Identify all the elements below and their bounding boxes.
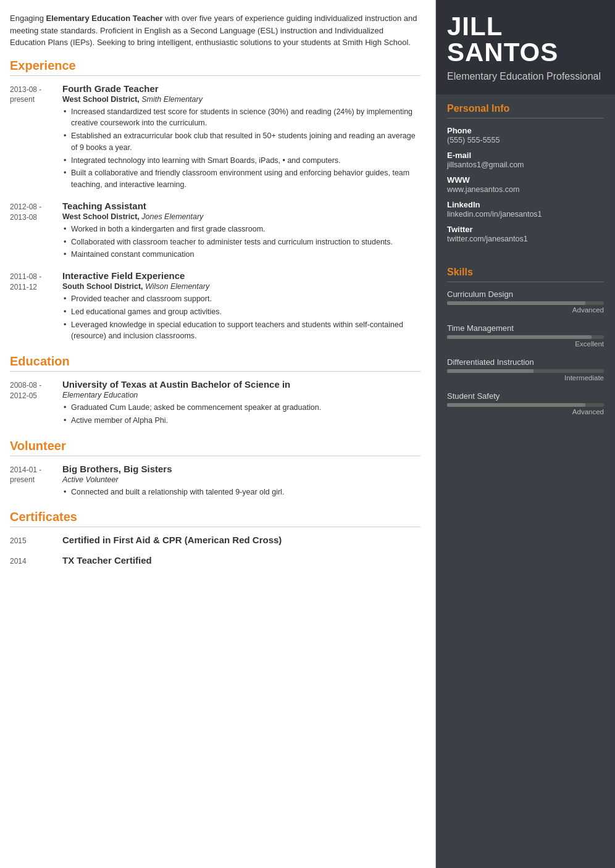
exp3-org: South School District, Wilson Elementary [62,282,420,291]
info-twitter: Twitter twitter.com/janesantos1 [447,225,604,243]
info-phone-value: (555) 555-5555 [447,136,604,144]
bullet: Provided teacher and classroom support. [62,293,420,305]
skill-time-level: Excellent [447,340,604,348]
experience-entry-2: 2012-08 -2013-08 Teaching Assistant West… [10,201,420,262]
vol1-date: 2014-01 -present [10,464,62,499]
vol1-title: Big Brothers, Big Sisters [62,464,420,474]
name-line1: JILL [447,12,503,41]
info-phone-label: Phone [447,126,604,135]
skill-safety-bar-fill [447,403,585,407]
experience-entry-3: 2011-08 -2011-12 Interactive Field Exper… [10,270,420,343]
cert1-title: Certified in First Aid & CPR (American R… [62,535,420,545]
skill-time-name: Time Management [447,323,604,333]
volunteer-title: Volunteer [10,439,420,456]
bullet: Graduated Cum Laude; asked be commenceme… [62,402,420,414]
info-email-value: jillsantos1@gmail.com [447,161,604,169]
cert-entry-1: 2015 Certified in First Aid & CPR (Ameri… [10,535,420,546]
skills-section: Skills Curriculum Design Advanced Time M… [436,258,615,434]
info-linkedin-value: linkedin.com/in/janesantos1 [447,210,604,219]
bullet: Connected and built a relationship with … [62,486,420,498]
volunteer-entry-1: 2014-01 -present Big Brothers, Big Siste… [10,464,420,499]
info-twitter-value: twitter.com/janesantos1 [447,235,604,243]
bullet: Established an extracurricular book club… [62,130,420,154]
skill-time: Time Management Excellent [447,323,604,348]
experience-section: Experience 2013-08 -present Fourth Grade… [10,59,420,344]
bullet: Leveraged knowledge in special education… [62,319,420,343]
exp1-title: Fourth Grade Teacher [62,83,420,94]
exp2-title: Teaching Assistant [62,201,420,211]
info-phone: Phone (555) 555-5555 [447,126,604,144]
bullet: Collaborated with classroom teacher to a… [62,236,420,248]
edu1-sub: Elementary Education [62,391,420,399]
vol1-sub: Active Volunteer [62,475,420,484]
edu1-date: 2008-08 -2012-05 [10,379,62,428]
skill-curriculum-level: Advanced [447,306,604,314]
personal-info-title: Personal Info [447,103,604,119]
right-header: JILL SANTOS Elementary Education Profess… [436,0,615,94]
cert2-content: TX Teacher Certified [62,555,420,567]
info-email: E-mail jillsantos1@gmail.com [447,151,604,169]
edu1-bullets: Graduated Cum Laude; asked be commenceme… [62,402,420,427]
certificates-section: Certificates 2015 Certified in First Aid… [10,510,420,567]
skill-diff: Differentiated Instruction Intermediate [447,357,604,382]
resume-container: Engaging Elementary Education Teacher wi… [0,0,615,868]
vol1-content: Big Brothers, Big Sisters Active Volunte… [62,464,420,499]
info-www-label: WWW [447,175,604,185]
cert-entry-2: 2014 TX Teacher Certified [10,555,420,567]
skill-safety-bar-bg [447,403,604,407]
skill-safety: Student Safety Advanced [447,391,604,415]
skill-diff-name: Differentiated Instruction [447,357,604,367]
edu1-title: University of Texas at Austin Bachelor o… [62,379,420,390]
skill-diff-bar-bg [447,369,604,373]
certificates-title: Certificates [10,510,420,527]
cert1-content: Certified in First Aid & CPR (American R… [62,535,420,546]
bullet: Built a collaborative and friendly class… [62,167,420,191]
skill-curriculum-name: Curriculum Design [447,290,604,299]
skills-title: Skills [447,267,604,282]
candidate-title: Elementary Education Professional [447,70,604,83]
exp1-bullets: Increased standardized test score for st… [62,106,420,191]
exp1-content: Fourth Grade Teacher West School Distric… [62,83,420,192]
summary-bold: Elementary Education Teacher [46,14,163,23]
skill-curriculum-bar-bg [447,301,604,305]
bullet: Increased standardized test score for st… [62,106,420,130]
exp3-date: 2011-08 -2011-12 [10,270,62,343]
vol1-bullets: Connected and built a relationship with … [62,486,420,498]
info-linkedin: LinkedIn linkedin.com/in/janesantos1 [447,200,604,219]
education-entry-1: 2008-08 -2012-05 University of Texas at … [10,379,420,428]
cert2-title: TX Teacher Certified [62,555,420,565]
skill-diff-bar-fill [447,369,533,373]
education-title: Education [10,354,420,372]
summary: Engaging Elementary Education Teacher wi… [10,12,420,49]
left-column: Engaging Elementary Education Teacher wi… [0,0,436,868]
bullet: Active member of Alpha Phi. [62,415,420,427]
cert1-year: 2015 [10,535,62,546]
edu1-content: University of Texas at Austin Bachelor o… [62,379,420,428]
exp1-date: 2013-08 -present [10,83,62,192]
exp2-content: Teaching Assistant West School District,… [62,201,420,262]
exp3-bullets: Provided teacher and classroom support. … [62,293,420,342]
info-www: WWW www.janesantos.com [447,175,604,194]
exp3-title: Interactive Field Experience [62,270,420,281]
bullet: Maintained constant communication [62,249,420,261]
skill-diff-level: Intermediate [447,374,604,382]
education-section: Education 2008-08 -2012-05 University of… [10,354,420,428]
info-email-label: E-mail [447,151,604,160]
exp2-date: 2012-08 -2013-08 [10,201,62,262]
exp2-bullets: Worked in both a kindergarten and first … [62,223,420,261]
experience-entry-1: 2013-08 -present Fourth Grade Teacher We… [10,83,420,192]
skill-safety-level: Advanced [447,408,604,415]
skill-curriculum-bar-fill [447,301,585,305]
info-www-value: www.janesantos.com [447,185,604,194]
bullet: Worked in both a kindergarten and first … [62,223,420,235]
skill-curriculum: Curriculum Design Advanced [447,290,604,314]
cert2-year: 2014 [10,555,62,567]
skill-time-bar-bg [447,335,604,339]
bullet: Led educational games and group activiti… [62,306,420,318]
right-column: JILL SANTOS Elementary Education Profess… [436,0,615,868]
skill-time-bar-fill [447,335,592,339]
personal-info-section: Personal Info Phone (555) 555-5555 E-mai… [436,94,615,258]
candidate-name: JILL SANTOS [447,14,604,65]
info-linkedin-label: LinkedIn [447,200,604,209]
experience-title: Experience [10,59,420,76]
